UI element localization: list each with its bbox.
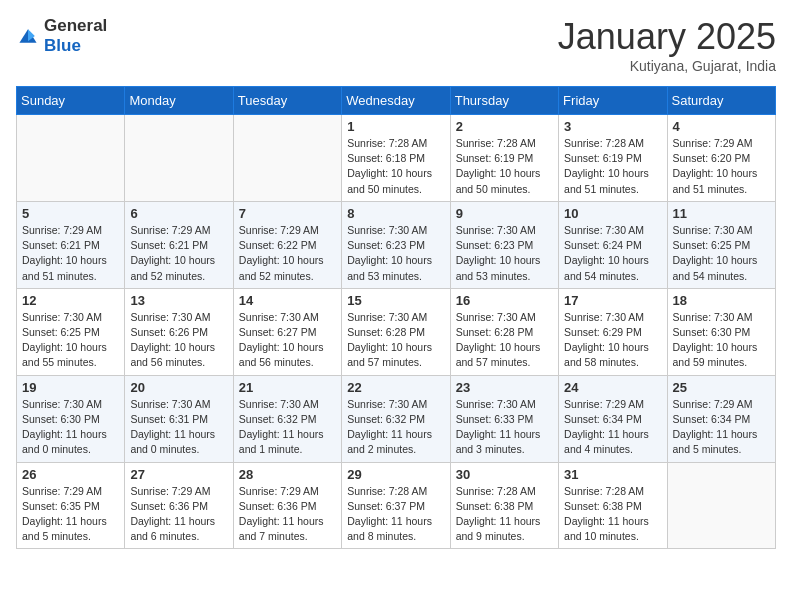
calendar-cell: 12Sunrise: 7:30 AMSunset: 6:25 PMDayligh… [17,288,125,375]
calendar-cell: 28Sunrise: 7:29 AMSunset: 6:36 PMDayligh… [233,462,341,549]
sunset-label: Sunset: 6:32 PM [239,413,317,425]
sunrise-label: Sunrise: 7:29 AM [673,137,753,149]
calendar-cell: 19Sunrise: 7:30 AMSunset: 6:30 PMDayligh… [17,375,125,462]
sunset-label: Sunset: 6:28 PM [456,326,534,338]
calendar-cell: 4Sunrise: 7:29 AMSunset: 6:20 PMDaylight… [667,115,775,202]
sunrise-label: Sunrise: 7:30 AM [456,398,536,410]
cell-content: Sunrise: 7:30 AMSunset: 6:30 PMDaylight:… [673,310,770,371]
calendar-cell [125,115,233,202]
sunrise-label: Sunrise: 7:29 AM [673,398,753,410]
calendar-cell: 14Sunrise: 7:30 AMSunset: 6:27 PMDayligh… [233,288,341,375]
day-number: 10 [564,206,661,221]
calendar-cell: 2Sunrise: 7:28 AMSunset: 6:19 PMDaylight… [450,115,558,202]
weekday-header-monday: Monday [125,87,233,115]
daylight-label: Daylight: 10 hours and 52 minutes. [239,254,324,281]
day-number: 26 [22,467,119,482]
day-number: 22 [347,380,444,395]
sunrise-label: Sunrise: 7:28 AM [347,485,427,497]
daylight-label: Daylight: 10 hours and 58 minutes. [564,341,649,368]
day-number: 24 [564,380,661,395]
calendar-cell: 11Sunrise: 7:30 AMSunset: 6:25 PMDayligh… [667,201,775,288]
sunset-label: Sunset: 6:36 PM [239,500,317,512]
sunset-label: Sunset: 6:38 PM [456,500,534,512]
sunrise-label: Sunrise: 7:28 AM [456,485,536,497]
calendar-cell: 5Sunrise: 7:29 AMSunset: 6:21 PMDaylight… [17,201,125,288]
weekday-header-thursday: Thursday [450,87,558,115]
weekday-header-friday: Friday [559,87,667,115]
day-number: 17 [564,293,661,308]
sunset-label: Sunset: 6:35 PM [22,500,100,512]
cell-content: Sunrise: 7:28 AMSunset: 6:38 PMDaylight:… [564,484,661,545]
cell-content: Sunrise: 7:30 AMSunset: 6:32 PMDaylight:… [239,397,336,458]
logo-general: General [44,16,107,35]
calendar-cell: 22Sunrise: 7:30 AMSunset: 6:32 PMDayligh… [342,375,450,462]
weekday-header-tuesday: Tuesday [233,87,341,115]
day-number: 2 [456,119,553,134]
day-number: 3 [564,119,661,134]
daylight-label: Daylight: 10 hours and 54 minutes. [673,254,758,281]
daylight-label: Daylight: 10 hours and 57 minutes. [347,341,432,368]
calendar-body: 1Sunrise: 7:28 AMSunset: 6:18 PMDaylight… [17,115,776,549]
sunrise-label: Sunrise: 7:30 AM [347,224,427,236]
cell-content: Sunrise: 7:29 AMSunset: 6:36 PMDaylight:… [239,484,336,545]
cell-content: Sunrise: 7:29 AMSunset: 6:36 PMDaylight:… [130,484,227,545]
day-number: 13 [130,293,227,308]
sunrise-label: Sunrise: 7:29 AM [22,485,102,497]
sunset-label: Sunset: 6:24 PM [564,239,642,251]
sunrise-label: Sunrise: 7:29 AM [22,224,102,236]
daylight-label: Daylight: 11 hours and 7 minutes. [239,515,324,542]
sunrise-label: Sunrise: 7:28 AM [456,137,536,149]
sunrise-label: Sunrise: 7:29 AM [130,485,210,497]
location: Kutiyana, Gujarat, India [558,58,776,74]
daylight-label: Daylight: 11 hours and 0 minutes. [130,428,215,455]
cell-content: Sunrise: 7:29 AMSunset: 6:34 PMDaylight:… [673,397,770,458]
sunrise-label: Sunrise: 7:30 AM [239,311,319,323]
daylight-label: Daylight: 10 hours and 52 minutes. [130,254,215,281]
sunrise-label: Sunrise: 7:30 AM [456,224,536,236]
calendar-cell: 30Sunrise: 7:28 AMSunset: 6:38 PMDayligh… [450,462,558,549]
logo-text: General Blue [44,16,107,56]
daylight-label: Daylight: 10 hours and 56 minutes. [239,341,324,368]
cell-content: Sunrise: 7:28 AMSunset: 6:18 PMDaylight:… [347,136,444,197]
calendar-cell: 10Sunrise: 7:30 AMSunset: 6:24 PMDayligh… [559,201,667,288]
calendar-cell: 29Sunrise: 7:28 AMSunset: 6:37 PMDayligh… [342,462,450,549]
daylight-label: Daylight: 11 hours and 0 minutes. [22,428,107,455]
day-number: 28 [239,467,336,482]
calendar-cell [667,462,775,549]
sunrise-label: Sunrise: 7:30 AM [130,398,210,410]
cell-content: Sunrise: 7:30 AMSunset: 6:27 PMDaylight:… [239,310,336,371]
daylight-label: Daylight: 11 hours and 4 minutes. [564,428,649,455]
week-row-5: 26Sunrise: 7:29 AMSunset: 6:35 PMDayligh… [17,462,776,549]
daylight-label: Daylight: 10 hours and 56 minutes. [130,341,215,368]
cell-content: Sunrise: 7:29 AMSunset: 6:21 PMDaylight:… [130,223,227,284]
weekday-header-wednesday: Wednesday [342,87,450,115]
calendar-cell: 23Sunrise: 7:30 AMSunset: 6:33 PMDayligh… [450,375,558,462]
sunset-label: Sunset: 6:22 PM [239,239,317,251]
sunset-label: Sunset: 6:30 PM [22,413,100,425]
sunset-label: Sunset: 6:26 PM [130,326,208,338]
sunrise-label: Sunrise: 7:30 AM [347,311,427,323]
cell-content: Sunrise: 7:28 AMSunset: 6:37 PMDaylight:… [347,484,444,545]
cell-content: Sunrise: 7:30 AMSunset: 6:30 PMDaylight:… [22,397,119,458]
sunset-label: Sunset: 6:23 PM [456,239,534,251]
cell-content: Sunrise: 7:30 AMSunset: 6:33 PMDaylight:… [456,397,553,458]
sunrise-label: Sunrise: 7:30 AM [564,311,644,323]
weekday-header-sunday: Sunday [17,87,125,115]
sunset-label: Sunset: 6:34 PM [673,413,751,425]
month-title: January 2025 [558,16,776,58]
calendar-table: SundayMondayTuesdayWednesdayThursdayFrid… [16,86,776,549]
logo: General Blue [16,16,107,56]
sunset-label: Sunset: 6:21 PM [130,239,208,251]
sunrise-label: Sunrise: 7:29 AM [239,224,319,236]
day-number: 7 [239,206,336,221]
daylight-label: Daylight: 10 hours and 51 minutes. [673,167,758,194]
sunrise-label: Sunrise: 7:30 AM [22,398,102,410]
cell-content: Sunrise: 7:30 AMSunset: 6:25 PMDaylight:… [22,310,119,371]
sunrise-label: Sunrise: 7:30 AM [130,311,210,323]
daylight-label: Daylight: 10 hours and 53 minutes. [456,254,541,281]
logo-blue: Blue [44,36,81,55]
day-number: 6 [130,206,227,221]
cell-content: Sunrise: 7:30 AMSunset: 6:28 PMDaylight:… [347,310,444,371]
day-number: 15 [347,293,444,308]
daylight-label: Daylight: 10 hours and 50 minutes. [456,167,541,194]
